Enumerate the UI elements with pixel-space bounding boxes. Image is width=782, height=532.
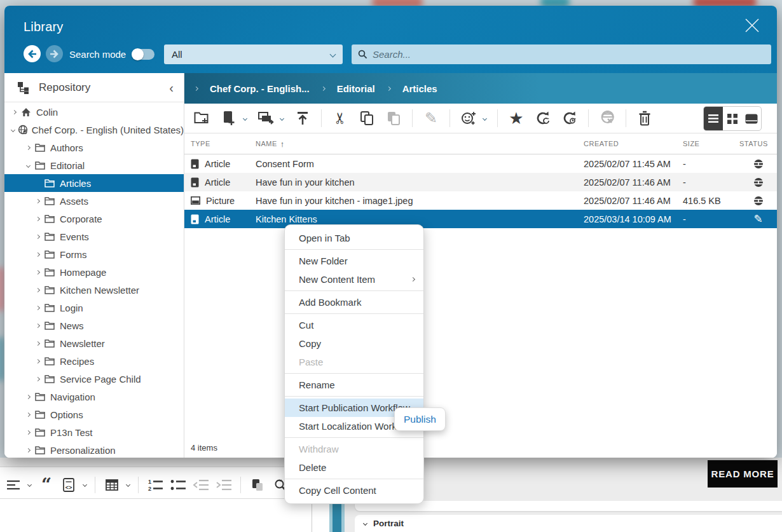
tree-collapsed-chevron-icon[interactable] <box>24 449 32 452</box>
sidebar-collapse-icon[interactable]: ‹ <box>169 81 174 94</box>
new-media-icon[interactable] <box>254 107 277 130</box>
bullet-list-icon[interactable] <box>170 477 186 493</box>
copy-icon[interactable] <box>355 107 378 130</box>
table-row[interactable]: Picture Have fun in your kitchen - image… <box>184 191 777 210</box>
paste-icon[interactable] <box>249 477 266 493</box>
menu-item-delete[interactable]: Delete <box>285 458 423 477</box>
sidebar-item-colin[interactable]: Colin <box>4 103 184 121</box>
tree-collapsed-chevron-icon[interactable] <box>24 431 32 434</box>
sidebar-item-navigation[interactable]: Navigation <box>4 388 184 406</box>
sidebar-item-corporate[interactable]: Corporate <box>4 210 184 228</box>
add-reaction-icon[interactable] <box>457 107 480 130</box>
sidebar-item-kitchen-newsletter[interactable]: Kitchen Newsletter <box>4 281 184 299</box>
new-content-item-dropdown-chevron-icon[interactable] <box>239 107 250 130</box>
table-dropdown-chevron-icon[interactable] <box>126 482 130 487</box>
tree-collapsed-chevron-icon[interactable] <box>33 342 42 345</box>
list-view-button[interactable] <box>704 107 723 130</box>
new-content-item-icon[interactable] <box>217 107 240 130</box>
menu-item-copy[interactable]: Copy <box>285 334 423 353</box>
menu-item-cut[interactable]: Cut <box>285 316 423 334</box>
bookmark-star-icon[interactable]: ★ <box>505 107 528 130</box>
tree-collapsed-chevron-icon[interactable] <box>24 413 32 416</box>
tree-collapsed-chevron-icon[interactable] <box>33 235 42 238</box>
portrait-section-header[interactable]: Portrait <box>355 515 782 532</box>
menu-item-open-in-tab[interactable]: Open in Tab <box>285 229 423 247</box>
code-dropdown-chevron-icon[interactable] <box>83 482 87 487</box>
sidebar-item-service-page-child[interactable]: Service Page Child <box>4 370 184 388</box>
tree-collapsed-chevron-icon[interactable] <box>33 378 42 381</box>
read-more-button[interactable]: READ MORE <box>708 460 778 488</box>
align-dropdown-chevron-icon[interactable] <box>27 482 32 487</box>
sidebar-item-editorial[interactable]: Editorial <box>4 156 184 174</box>
sidebar-item-personalization[interactable]: Personalization <box>4 441 184 458</box>
grid-view-button[interactable] <box>723 107 742 130</box>
menu-item-add-bookmark[interactable]: Add Bookmark <box>285 293 423 311</box>
publish-submenu-item[interactable]: Publish <box>394 407 446 431</box>
column-header-type[interactable]: TYPE <box>184 140 249 147</box>
new-media-dropdown-chevron-icon[interactable] <box>276 107 287 130</box>
tree-collapsed-chevron-icon[interactable] <box>33 253 42 256</box>
refresh-scheduled-icon[interactable] <box>558 107 581 130</box>
tree-collapsed-chevron-icon[interactable] <box>33 289 42 292</box>
menu-item-copy-cell-content[interactable]: Copy Cell Content <box>285 481 423 500</box>
tree-collapsed-chevron-icon[interactable] <box>10 111 18 114</box>
breadcrumb-item-site[interactable]: Chef Corp. - English... <box>210 83 310 94</box>
sidebar-item-authors[interactable]: Authors <box>4 139 184 156</box>
ordered-list-icon[interactable]: 12 <box>147 477 163 493</box>
menu-item-rename[interactable]: Rename <box>285 376 423 394</box>
code-block-icon[interactable]: <> <box>60 477 77 493</box>
sidebar-item-newsletter[interactable]: Newsletter <box>4 334 184 352</box>
new-folder-icon[interactable] <box>191 107 214 130</box>
sidebar-item-homepage[interactable]: Homepage <box>4 263 184 281</box>
tree-collapsed-chevron-icon[interactable] <box>33 324 42 327</box>
sidebar-item-articles[interactable]: Articles <box>4 174 184 192</box>
search-mode-toggle[interactable] <box>132 49 154 60</box>
filter-select[interactable]: All <box>164 44 343 64</box>
add-reaction-dropdown-chevron-icon[interactable] <box>479 107 490 130</box>
upload-icon[interactable] <box>291 107 314 130</box>
table-row[interactable]: Article Consent Form 2025/02/07 11:45 AM… <box>184 154 777 173</box>
sidebar-item-recipes[interactable]: Recipes <box>4 352 184 370</box>
table-icon[interactable] <box>104 477 120 493</box>
back-icon[interactable] <box>24 45 41 62</box>
menu-item-new-folder[interactable]: New Folder <box>285 252 423 270</box>
sidebar-item-news[interactable]: News <box>4 317 184 334</box>
table-row[interactable]: Article Have fun in your kitchen 2025/02… <box>184 173 777 191</box>
sidebar-item-chef-corp-english-united-states[interactable]: Chef Corp. - English (United States) <box>4 121 184 139</box>
sidebar-item-forms[interactable]: Forms <box>4 245 184 263</box>
sidebar-item-events[interactable]: Events <box>4 228 184 245</box>
column-header-name[interactable]: NAME↑ <box>249 139 577 149</box>
tree-collapsed-chevron-icon[interactable] <box>24 395 32 399</box>
align-left-icon[interactable] <box>5 477 22 493</box>
sidebar-item-login[interactable]: Login <box>4 299 184 317</box>
tree-collapsed-chevron-icon[interactable] <box>33 360 42 363</box>
tree-collapsed-chevron-icon[interactable] <box>33 271 42 274</box>
refresh-icon[interactable] <box>532 107 554 130</box>
tree-collapsed-chevron-icon[interactable] <box>33 200 42 203</box>
breadcrumb-item-editorial[interactable]: Editorial <box>337 83 375 94</box>
filter-select-value: All <box>172 49 182 60</box>
forward-icon[interactable] <box>46 45 63 62</box>
tree-collapsed-chevron-icon[interactable] <box>33 217 42 221</box>
delete-trash-icon[interactable] <box>633 107 656 130</box>
cut-icon[interactable]: ✂ <box>329 107 352 130</box>
tree-expanded-chevron-icon[interactable] <box>24 164 32 167</box>
sidebar-item-assets[interactable]: Assets <box>4 192 184 210</box>
tree-collapsed-chevron-icon[interactable] <box>33 306 42 310</box>
sidebar-item-p13n-test[interactable]: P13n Test <box>4 423 184 441</box>
breadcrumb-item-articles[interactable]: Articles <box>402 83 437 94</box>
table-row-selected[interactable]: Article Kitchen Kittens 2025/03/14 10:09… <box>184 210 777 228</box>
table-body: Article Consent Form 2025/02/07 11:45 AM… <box>184 154 777 228</box>
tree-expanded-chevron-icon[interactable] <box>10 128 17 132</box>
close-icon[interactable] <box>741 15 763 36</box>
item-name: Have fun in your kitchen <box>249 177 577 188</box>
menu-item-new-content-item[interactable]: New Content Item <box>285 270 423 289</box>
column-header-status[interactable]: STATUS <box>733 140 777 147</box>
column-header-created[interactable]: CREATED <box>577 140 676 147</box>
blockquote-icon[interactable]: “ <box>38 477 54 493</box>
tree-collapsed-chevron-icon[interactable] <box>24 146 32 149</box>
card-view-button[interactable] <box>742 107 761 130</box>
search-input[interactable] <box>373 49 765 60</box>
sidebar-item-options[interactable]: Options <box>4 406 184 423</box>
column-header-size[interactable]: SIZE <box>676 140 733 147</box>
